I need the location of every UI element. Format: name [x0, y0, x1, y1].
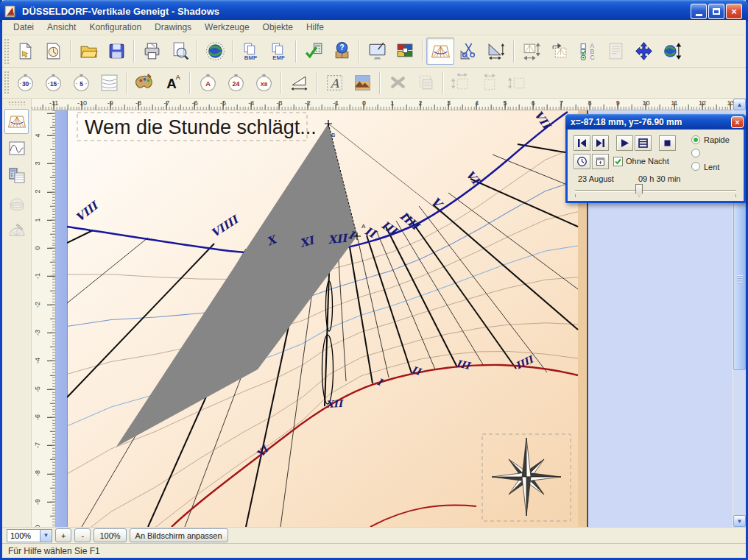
zoom-in-button[interactable]: + — [55, 528, 71, 542]
hruler-number: -4 — [244, 99, 258, 107]
sidebar-ephemeris-button[interactable] — [4, 163, 29, 188]
copy-emf-button[interactable]: EMF — [264, 38, 292, 65]
table-calculator-icon — [7, 166, 27, 185]
toolbar-grip-2[interactable] — [4, 71, 10, 95]
maximize-button[interactable] — [708, 4, 724, 19]
open-button[interactable] — [74, 38, 102, 65]
zoom-combo[interactable]: 100% ▼ — [7, 529, 52, 542]
minimize-button[interactable] — [691, 4, 707, 19]
vruler-number: -9 — [34, 496, 46, 508]
check-calculation-button[interactable] — [300, 38, 328, 65]
sidebar-graph-view-button[interactable] — [4, 136, 29, 161]
pan-view-button[interactable] — [629, 38, 657, 65]
zoom-100-button[interactable]: 100% — [94, 528, 126, 542]
speed-slow-radio[interactable] — [691, 162, 700, 171]
gnomon-label-b: B — [331, 132, 335, 138]
play-frames-button[interactable] — [635, 135, 652, 151]
play-button[interactable] — [616, 135, 633, 151]
new-document-button[interactable] — [11, 38, 39, 65]
no-night-checkbox[interactable] — [613, 157, 623, 166]
stop-button[interactable] — [659, 135, 676, 151]
close-button[interactable]: × — [726, 4, 742, 19]
toolbar-grip[interactable] — [4, 38, 10, 63]
scroll-down-button[interactable]: ▼ — [733, 515, 746, 527]
clock-5-icon: 5 — [71, 73, 91, 93]
time-slider-thumb[interactable] — [635, 184, 643, 197]
sidebar-grip[interactable] — [8, 101, 25, 105]
menu-bar: DateiAnsichtKonfigurationDrawingsWerkzeu… — [2, 20, 746, 35]
panel-close-button[interactable]: × — [731, 116, 744, 128]
print-button[interactable] — [138, 38, 166, 65]
panel-title-bar[interactable]: x=-87.18 mm, y=-76.90 mm × — [565, 114, 746, 130]
hruler-number: -9 — [103, 99, 118, 107]
dial-view-button[interactable] — [426, 38, 454, 65]
globe-location-button[interactable] — [201, 38, 229, 65]
fonts-button[interactable]: AA — [158, 69, 186, 96]
date-value: 23 August — [578, 174, 614, 183]
animation-panel[interactable]: x=-87.18 mm, y=-76.90 mm × Ohne Nacht Ra… — [565, 114, 746, 203]
zoom-out-button[interactable]: - — [74, 528, 91, 542]
chevron-down-icon[interactable]: ▼ — [40, 530, 52, 542]
dial-size-button[interactable] — [518, 38, 546, 65]
globe-orientation-button[interactable] — [657, 38, 685, 65]
copy-bmp-button[interactable]: BMP — [236, 38, 264, 65]
dial-motto-text[interactable]: Wem die Stunde schlägt... — [85, 116, 317, 138]
hour-style-button[interactable]: A — [194, 69, 222, 96]
scroll-thumb[interactable] — [733, 186, 746, 370]
menu-objekte[interactable]: Objekte — [256, 20, 300, 35]
speed-fast-radio[interactable] — [691, 135, 700, 144]
display-options-button[interactable]: ABC — [574, 38, 601, 65]
help-icon: ? — [332, 41, 352, 61]
hruler-number: 4 — [470, 99, 484, 107]
object-properties-icon — [416, 73, 436, 93]
lines-15min-button[interactable]: 15 — [39, 69, 67, 96]
time-slider-track[interactable] — [575, 190, 736, 192]
hruler-number: 1 — [385, 99, 400, 107]
time-mode-button[interactable] — [574, 154, 590, 169]
menu-ansicht[interactable]: Ansicht — [40, 20, 82, 35]
menu-drawings[interactable]: Drawings — [148, 20, 198, 35]
step-back-button[interactable] — [574, 135, 590, 151]
resize-both-icon — [451, 73, 471, 93]
speed-medium-radio[interactable] — [691, 149, 700, 157]
dial-move-button[interactable] — [546, 38, 574, 65]
language-button[interactable] — [391, 38, 419, 65]
screen-settings-button[interactable] — [363, 38, 391, 65]
step-forward-button[interactable] — [592, 135, 609, 151]
hours-24-button[interactable]: 24 — [222, 69, 250, 96]
measure-button[interactable] — [285, 69, 313, 96]
hours-roman-button[interactable]: XII — [250, 69, 278, 96]
lines-5min-button[interactable]: 5 — [67, 69, 95, 96]
app-window: DÜSSELDORF-Vertikale Geneigt - Shadows ×… — [0, 0, 748, 560]
print-preview-button[interactable] — [166, 38, 194, 65]
date-mode-button[interactable] — [592, 154, 609, 169]
menu-konfiguration[interactable]: Konfiguration — [82, 20, 148, 35]
menu-hilfe[interactable]: Hilfe — [300, 20, 331, 35]
add-text-button[interactable]: A — [320, 69, 348, 96]
scroll-up-button[interactable]: ▲ — [733, 99, 746, 110]
help-button[interactable]: ? — [328, 38, 356, 65]
hruler-number: 2 — [413, 99, 428, 107]
add-image-button[interactable] — [348, 69, 376, 96]
declination-lines-button[interactable] — [95, 69, 123, 96]
vruler-number: -8 — [34, 467, 46, 479]
dial-move-icon — [550, 41, 570, 61]
menu-datei[interactable]: Datei — [7, 20, 40, 35]
sidebar-dial-view-button[interactable] — [4, 109, 29, 134]
resize-height-button — [503, 69, 531, 96]
svg-text:24: 24 — [232, 80, 239, 88]
title-bar[interactable]: DÜSSELDORF-Vertikale Geneigt - Shadows × — [0, 0, 748, 22]
new-sundial-button[interactable] — [39, 38, 67, 65]
menu-werkzeuge[interactable]: Werkzeuge — [198, 20, 255, 35]
dial-size-icon — [522, 41, 542, 61]
globe-updown-icon — [662, 41, 682, 61]
hruler-number: -5 — [216, 99, 230, 107]
colors-button[interactable] — [130, 69, 158, 96]
fit-screen-button[interactable]: An Bildschirm anpassen — [130, 528, 228, 542]
gnomon-size-button[interactable] — [482, 38, 510, 65]
drawing-page[interactable]: B A VIIIVIIIIXXIXIIIIIIIIIIIIVVIVIIXIXII… — [67, 110, 588, 527]
gnomon-cut-button[interactable] — [454, 38, 482, 65]
lines-30min-button[interactable]: 30 — [11, 69, 39, 96]
save-button[interactable] — [102, 38, 130, 65]
clock-icon — [576, 156, 588, 167]
